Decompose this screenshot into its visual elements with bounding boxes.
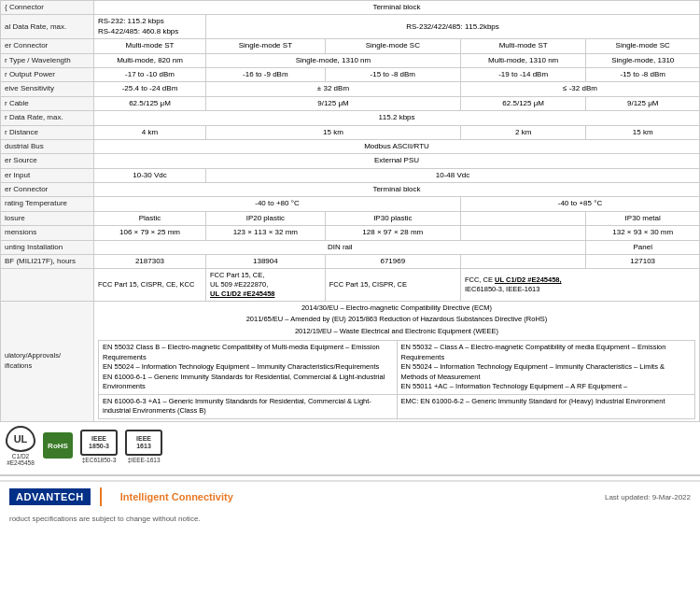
row-value: 15 km xyxy=(586,125,700,139)
row-label: ulatory/Approvals/ifications xyxy=(1,301,94,421)
row-value: Terminal block xyxy=(94,183,700,197)
row-label: r Data Rate, max. xyxy=(1,111,94,125)
table-row: BF (MILI217F), hours 2187303 138904 6719… xyxy=(1,255,700,269)
row-value: Single-mode, 1310 xyxy=(586,53,700,67)
row-value: Multi-mode, 820 nm xyxy=(94,53,206,67)
row-label: mensions xyxy=(1,226,94,240)
row-label xyxy=(1,269,94,301)
row-label: er Source xyxy=(1,154,94,168)
table-row: r Distance 4 km 15 km 2 km 15 km xyxy=(1,125,700,139)
row-value: Multi-mode ST xyxy=(460,39,586,53)
row-value: DIN rail xyxy=(94,240,586,254)
ul-cert-icon: UL C1/D2#E245458 xyxy=(6,426,35,468)
table-row: FCC Part 15, CISPR, CE, KCC FCC Part 15,… xyxy=(1,269,700,301)
row-value: -15 to -8 dBm xyxy=(586,67,700,81)
row-label: r Type / Wavelength xyxy=(1,53,94,67)
row-value: 2187303 xyxy=(94,255,206,269)
row-value: Modbus ASCII/RTU xyxy=(94,139,700,153)
row-value: 138904 xyxy=(206,255,326,269)
row-value: -16 to -9 dBm xyxy=(206,67,326,81)
row-value: 2014/30/EU – Electro-magnetic Compatibil… xyxy=(94,301,700,421)
row-value: -17 to -10 dBm xyxy=(94,67,206,81)
row-label: losure xyxy=(1,211,94,225)
row-value: 15 km xyxy=(206,125,461,139)
row-value: Plastic xyxy=(94,211,206,225)
table-row: r Type / Wavelength Multi-mode, 820 nm S… xyxy=(1,53,700,67)
row-value: FCC Part 15, CE,UL 509 #E222870,UL C1/D2… xyxy=(206,269,326,301)
footer-tagline: Intelligent Connectivity xyxy=(120,491,233,502)
row-value: 132 × 93 × 30 mm xyxy=(586,226,700,240)
table-row: mensions 106 × 79 × 25 mm 123 × 113 × 32… xyxy=(1,226,700,240)
row-label: er Connector xyxy=(1,39,94,53)
table-row: er Input 10-30 Vdc 10-48 Vdc xyxy=(1,168,700,182)
row-value: 9/125 μM xyxy=(206,96,461,110)
table-row: unting Installation DIN rail Panel xyxy=(1,240,700,254)
row-value: 128 × 97 × 28 mm xyxy=(325,226,460,240)
row-value: 115.2 kbps xyxy=(94,111,700,125)
row-label: dustrial Bus xyxy=(1,139,94,153)
row-value: 127103 xyxy=(586,255,700,269)
row-value: IP20 plastic xyxy=(206,211,326,225)
row-value: Multi-mode, 1310 nm xyxy=(460,53,586,67)
cert-icons-row: UL C1/D2#E245458 RoHS IEEE1850-3 ‡EC6185… xyxy=(0,422,700,472)
row-value: 9/125 μM xyxy=(586,96,700,110)
row-value: Single-mode ST xyxy=(206,39,326,53)
row-label: r Distance xyxy=(1,125,94,139)
row-value: Single-mode, 1310 nm xyxy=(206,53,461,67)
table-row: { Connector Terminal block xyxy=(1,1,700,15)
ieee1613-cert-icon: IEEE1613 ‡IEEE-1613 xyxy=(125,430,162,463)
row-value: 62.5/125 μM xyxy=(94,96,206,110)
row-value: IP30 plastic xyxy=(325,211,460,225)
row-value xyxy=(460,211,586,225)
row-value: 2 km xyxy=(460,125,586,139)
table-row: losure Plastic IP20 plastic IP30 plastic… xyxy=(1,211,700,225)
row-value: Terminal block xyxy=(94,1,700,15)
row-value: 123 × 113 × 32 mm xyxy=(206,226,326,240)
row-label: er Connector xyxy=(1,183,94,197)
row-value: RS-232: 115.2 kbpsRS-422/485: 460.8 kbps xyxy=(94,15,206,39)
row-label: { Connector xyxy=(1,1,94,15)
table-row: er Connector Multi-mode ST Single-mode S… xyxy=(1,39,700,53)
table-row: r Data Rate, max. 115.2 kbps xyxy=(1,111,700,125)
row-value xyxy=(460,226,586,240)
table-row: er Connector Terminal block xyxy=(1,183,700,197)
row-label: BF (MILI217F), hours xyxy=(1,255,94,269)
row-label: r Output Power xyxy=(1,67,94,81)
row-value: 671969 xyxy=(325,255,460,269)
row-value: -40 to +80 °C xyxy=(94,197,461,211)
row-value: FCC, CE UL C1/D2 #E245458,IEC61850-3, IE… xyxy=(460,269,699,301)
row-value: External PSU xyxy=(94,154,700,168)
row-value: ≤ -32 dBm xyxy=(460,82,699,96)
row-value: 4 km xyxy=(94,125,206,139)
row-value: FCC Part 15, CISPR, CE xyxy=(325,269,460,301)
row-value: -15 to -8 dBm xyxy=(325,67,460,81)
spec-table: { Connector Terminal block al Data Rate,… xyxy=(0,0,700,422)
row-value: Single-mode SC xyxy=(325,39,460,53)
table-row: r Cable 62.5/125 μM 9/125 μM 62.5/125 μM… xyxy=(1,96,700,110)
ieee61850-cert-icon: IEEE1850-3 ‡EC61850-3 xyxy=(80,430,118,463)
table-row: rating Temperature -40 to +80 °C -40 to … xyxy=(1,197,700,211)
table-row: r Output Power -17 to -10 dBm -16 to -9 … xyxy=(1,67,700,81)
row-value: Multi-mode ST xyxy=(94,39,206,53)
footer-bar: ADVANTECH Intelligent Connectivity Last … xyxy=(0,480,700,512)
table-row: eive Sensitivity -25.4 to -24 dBm ± 32 d… xyxy=(1,82,700,96)
footer-logo: ADVANTECH Intelligent Connectivity xyxy=(9,487,233,506)
row-value: 62.5/125 μM xyxy=(460,96,586,110)
row-label: unting Installation xyxy=(1,240,94,254)
row-value: -19 to -14 dBm xyxy=(460,67,586,81)
row-value: -25.4 to -24 dBm xyxy=(94,82,206,96)
table-row: dustrial Bus Modbus ASCII/RTU xyxy=(1,139,700,153)
row-value: IP30 metal xyxy=(586,211,700,225)
row-value: -40 to +85 °C xyxy=(460,197,699,211)
row-label: al Data Rate, max. xyxy=(1,15,94,39)
row-label: er Input xyxy=(1,168,94,182)
footer-note: roduct specifications are subject to cha… xyxy=(9,515,201,523)
row-label: rating Temperature xyxy=(1,197,94,211)
table-row: ulatory/Approvals/ifications 2014/30/EU … xyxy=(1,301,700,421)
row-value: RS-232/422/485: 115.2kbps xyxy=(206,15,700,39)
advantech-brand: ADVANTECH xyxy=(9,488,91,505)
table-row: er Source External PSU xyxy=(1,154,700,168)
row-value: ± 32 dBm xyxy=(206,82,461,96)
row-value: 10-30 Vdc xyxy=(94,168,206,182)
row-label: r Cable xyxy=(1,96,94,110)
